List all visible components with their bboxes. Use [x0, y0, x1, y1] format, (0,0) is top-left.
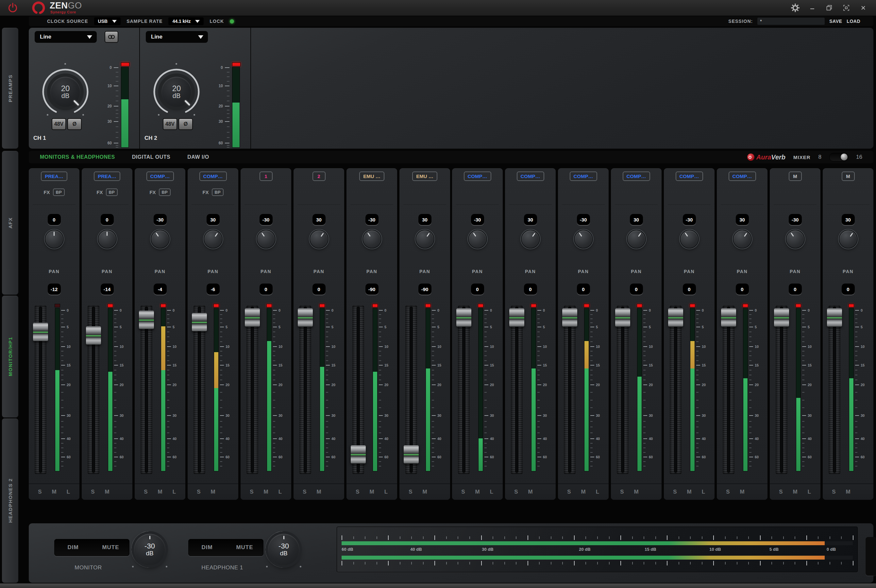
solo-button[interactable]: S [142, 489, 150, 495]
fx-button[interactable]: FX [149, 189, 156, 195]
fader-handle[interactable] [192, 313, 207, 331]
fader-handle[interactable] [351, 445, 366, 464]
mute-button[interactable]: M [580, 489, 588, 495]
solo-button[interactable]: S [354, 489, 362, 495]
fader-handle[interactable] [139, 310, 154, 329]
pan-value[interactable]: 30 [736, 214, 749, 225]
pan-value[interactable]: -30 [577, 214, 590, 225]
pan-value[interactable]: 30 [842, 214, 855, 225]
volume-value[interactable]: 0 [577, 284, 590, 295]
solo-button[interactable]: S [565, 489, 573, 495]
tab-monitors-headphones[interactable]: MONITORS & HEADPHONES [40, 154, 115, 160]
channel-label-button[interactable]: COMP… [517, 171, 544, 181]
fx-button[interactable]: FX [202, 189, 209, 195]
close-icon[interactable] [859, 4, 867, 12]
pan-value[interactable]: 30 [630, 214, 643, 225]
pan-knob[interactable] [415, 230, 434, 249]
link-button[interactable]: L [170, 489, 178, 495]
pan-knob[interactable] [310, 230, 329, 249]
pan-knob[interactable] [362, 230, 382, 249]
settings-gear-icon[interactable] [791, 4, 799, 12]
bypass-button[interactable]: BP [53, 189, 65, 196]
monitor-volume-knob[interactable]: -30 dB [129, 529, 170, 570]
input-source-select[interactable]: Line [146, 31, 208, 43]
fader-handle[interactable] [562, 308, 577, 327]
minimize-icon[interactable] [808, 4, 816, 12]
fx-button[interactable]: FX [96, 189, 103, 195]
solo-button[interactable]: S [724, 489, 732, 495]
tab-daw-io[interactable]: DAW I/O [187, 154, 209, 160]
volume-value[interactable]: -12 [48, 284, 61, 295]
mute-button[interactable]: MUTE [92, 544, 129, 551]
mute-button[interactable]: M [685, 489, 693, 495]
pan-knob[interactable] [786, 230, 805, 249]
channel-label-button[interactable]: COMP… [676, 171, 703, 181]
channel-label-button[interactable]: COMP… [570, 171, 597, 181]
pan-value[interactable]: -30 [471, 214, 484, 225]
volume-value[interactable]: 0 [789, 284, 802, 295]
solo-button[interactable]: S [830, 489, 838, 495]
mute-button[interactable]: M [844, 489, 852, 495]
channel-label-button[interactable]: 1 [260, 171, 273, 181]
session-input[interactable]: * [757, 18, 825, 25]
bypass-button[interactable]: BP [106, 189, 118, 196]
link-button[interactable]: L [488, 489, 496, 495]
pan-knob[interactable] [839, 230, 858, 249]
channel-label-button[interactable]: 2 [313, 171, 326, 181]
mute-button[interactable]: M [209, 489, 217, 495]
restore-window-icon[interactable] [825, 4, 834, 12]
mute-button[interactable]: MUTE [226, 544, 263, 551]
load-button[interactable]: LOAD [847, 19, 860, 24]
dim-button[interactable]: DIM [54, 544, 92, 551]
power-icon[interactable] [7, 2, 18, 14]
bypass-button[interactable]: BP [212, 189, 224, 196]
channel-label-button[interactable]: COMP… [146, 171, 174, 181]
fader-handle[interactable] [298, 308, 313, 327]
channel-label-button[interactable]: COMP… [623, 171, 650, 181]
sidebar-item-afx[interactable]: AFX [2, 151, 18, 295]
solo-button[interactable]: S [407, 489, 415, 495]
volume-value[interactable]: 0 [736, 284, 749, 295]
headphone1-volume-knob[interactable]: -30 dB [263, 529, 304, 570]
fader-handle[interactable] [827, 308, 842, 327]
volume-value[interactable]: 0 [313, 284, 326, 295]
gain-knob[interactable]: 20 dB [152, 67, 201, 116]
pan-value[interactable]: -30 [789, 214, 802, 225]
solo-button[interactable]: S [89, 489, 97, 495]
solo-button[interactable]: S [618, 489, 626, 495]
volume-value[interactable]: -6 [207, 284, 219, 295]
gain-knob[interactable]: 20 dB [41, 67, 90, 116]
mute-button[interactable]: M [421, 489, 429, 495]
pan-value[interactable]: -30 [365, 214, 379, 225]
fader-handle[interactable] [774, 308, 789, 327]
pan-knob[interactable] [204, 230, 222, 249]
clock-source-select[interactable]: USB [94, 17, 121, 25]
sidebar-item-monitor-hp1[interactable]: MONITOR/HP1 [2, 296, 18, 417]
pan-value[interactable]: 30 [207, 214, 219, 225]
channel-label-button[interactable]: M [789, 171, 802, 181]
mute-button[interactable]: M [633, 489, 640, 495]
fader-handle[interactable] [456, 308, 471, 327]
save-button[interactable]: SAVE [829, 19, 842, 24]
stereo-link-icon[interactable] [105, 31, 118, 43]
link-button[interactable]: L [382, 489, 390, 495]
channel-label-button[interactable]: COMP… [464, 171, 491, 181]
volume-value[interactable]: 0 [630, 284, 643, 295]
solo-button[interactable]: S [671, 489, 679, 495]
mixer-channel-count-toggle[interactable] [829, 153, 848, 161]
pan-knob[interactable] [45, 230, 64, 249]
pan-value[interactable]: 30 [418, 214, 431, 225]
solo-button[interactable]: S [248, 489, 255, 495]
fader-handle[interactable] [615, 308, 630, 327]
auraverb-button[interactable]: AuraVerb [747, 153, 786, 161]
phase-invert-button[interactable]: Ø [67, 118, 82, 130]
link-button[interactable]: L [276, 489, 284, 495]
mute-button[interactable]: M [262, 489, 270, 495]
mute-button[interactable]: M [368, 489, 376, 495]
volume-value[interactable]: -4 [153, 284, 167, 295]
phantom-power-button[interactable]: 48V [163, 118, 177, 130]
channel-label-button[interactable]: PREA… [94, 171, 120, 181]
link-button[interactable]: L [594, 489, 601, 495]
pan-knob[interactable] [627, 230, 646, 249]
solo-button[interactable]: S [195, 489, 203, 495]
